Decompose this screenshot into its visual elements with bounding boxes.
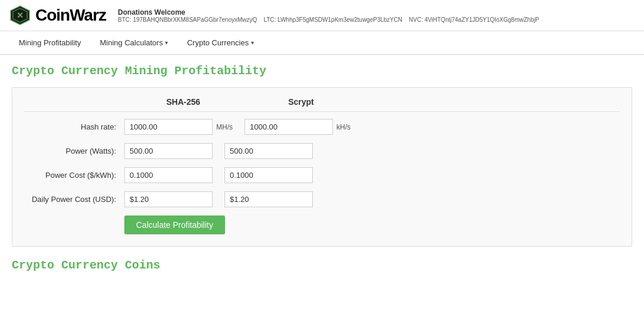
power-row: Power (Watts): xyxy=(24,143,620,159)
sha256-hashrate-input[interactable] xyxy=(124,119,213,135)
hashrate-row: Hash rate: MH/s kH/s xyxy=(24,119,620,135)
hashrate-label: Hash rate: xyxy=(24,122,124,131)
header: ✕ CoinWarz Donations Welcome BTC: 197BAH… xyxy=(0,0,644,31)
sha256-powercost-input[interactable] xyxy=(124,167,213,183)
nav-crypto-currencies[interactable]: Crypto Currencies ▾ xyxy=(177,31,263,54)
dailycost-label: Daily Power Cost (USD): xyxy=(24,195,124,204)
nav-mining-profitability[interactable]: Mining Profitability xyxy=(9,31,91,54)
powercost-row: Power Cost ($/kWh): xyxy=(24,167,620,183)
crypto-currencies-arrow: ▾ xyxy=(251,39,254,46)
logo-text: CoinWarz xyxy=(35,6,106,25)
sha256-col-header: SHA-256 xyxy=(124,97,242,107)
scrypt-powercost-group xyxy=(224,167,313,183)
scrypt-dailycost-group xyxy=(224,191,313,207)
nav-mining-calculators[interactable]: Mining Calculators ▾ xyxy=(91,31,178,54)
header-divider xyxy=(24,111,620,112)
sha256-hashrate-group: MH/s xyxy=(124,119,233,135)
main-content: Crypto Currency Mining Profitability SHA… xyxy=(0,55,644,281)
logo-icon: ✕ xyxy=(9,5,31,26)
sha256-hashrate-unit: MH/s xyxy=(216,123,233,131)
scrypt-power-group xyxy=(224,143,313,159)
nvc-donation: NVC: 4ViHTQntj74aZY1JD5Y1QIoXGg8mwZhbjP xyxy=(409,16,539,23)
btc-donation: BTC: 197BAHQNBbrXKM8SAPaGGbr7enoyxMwzyQ xyxy=(118,16,257,23)
column-headers: SHA-256 Scrypt xyxy=(124,97,620,107)
mining-calculators-arrow: ▾ xyxy=(165,39,168,46)
sha256-dailycost-input[interactable] xyxy=(124,191,213,207)
sha256-power-group xyxy=(124,143,213,159)
sha256-powercost-group xyxy=(124,167,213,183)
logo-area: ✕ CoinWarz xyxy=(9,5,106,26)
scrypt-col-header: Scrypt xyxy=(242,97,360,107)
donations-area: Donations Welcome BTC: 197BAHQNBbrXKM8SA… xyxy=(118,8,539,23)
page-title: Crypto Currency Mining Profitability xyxy=(12,64,632,78)
profitability-box: SHA-256 Scrypt Hash rate: MH/s kH/s Powe… xyxy=(12,87,632,247)
sha256-dailycost-group xyxy=(124,191,213,207)
scrypt-powercost-input[interactable] xyxy=(224,167,313,183)
scrypt-power-input[interactable] xyxy=(224,143,313,159)
donations-text: BTC: 197BAHQNBbrXKM8SAPaGGbr7enoyxMwzyQ … xyxy=(118,16,539,23)
scrypt-dailycost-input[interactable] xyxy=(224,191,313,207)
power-label: Power (Watts): xyxy=(24,147,124,155)
svg-text:✕: ✕ xyxy=(16,11,24,20)
scrypt-hashrate-unit: kH/s xyxy=(336,123,351,131)
dailycost-row: Daily Power Cost (USD): xyxy=(24,191,620,207)
powercost-label: Power Cost ($/kWh): xyxy=(24,171,124,180)
calculate-profitability-button[interactable]: Calculate Profitability xyxy=(124,215,225,234)
scrypt-hashrate-input[interactable] xyxy=(245,119,333,135)
sha256-power-input[interactable] xyxy=(124,143,213,159)
ltc-donation: LTC: LWhhp3F5gMSDW1pKm3ew2tuwgeP3LbzYCN xyxy=(263,16,402,23)
coins-title: Crypto Currency Coins xyxy=(12,258,632,272)
navbar: Mining Profitability Mining Calculators … xyxy=(0,31,644,55)
donations-title: Donations Welcome xyxy=(118,8,539,16)
scrypt-hashrate-group: kH/s xyxy=(245,119,351,135)
